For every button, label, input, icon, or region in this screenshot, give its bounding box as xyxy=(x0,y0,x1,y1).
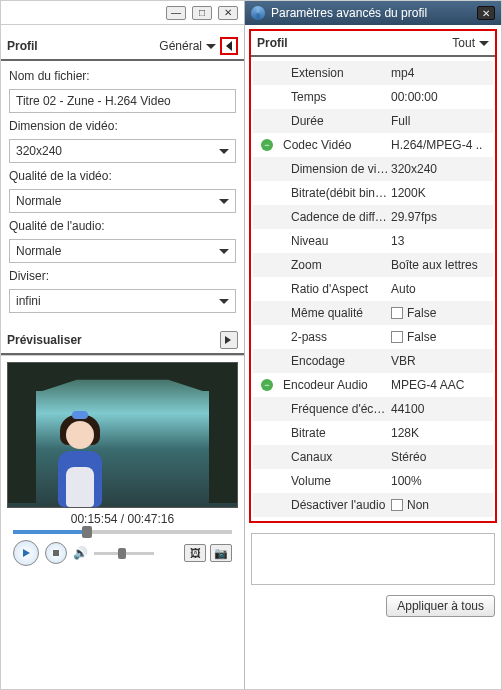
property-label: Volume xyxy=(281,474,391,488)
property-value[interactable]: Auto xyxy=(391,282,493,296)
property-value[interactable]: 1200K xyxy=(391,186,493,200)
snapshot-button[interactable]: 📷 xyxy=(210,544,232,562)
property-value[interactable]: 44100 xyxy=(391,402,493,416)
property-label: Zoom xyxy=(281,258,391,272)
volume-icon[interactable]: 🔊 xyxy=(73,546,88,560)
volume-slider[interactable] xyxy=(94,552,154,555)
property-row[interactable]: −Encodeur AudioMPEG-4 AAC xyxy=(253,373,493,397)
profile-form: Nom du fichier: Titre 02 - Zune - H.264 … xyxy=(1,61,244,313)
svg-rect-3 xyxy=(53,550,59,556)
preview-area: 00:15:54 / 00:47:16 🔊 🖼 📷 xyxy=(1,355,244,578)
filename-input[interactable]: Titre 02 - Zune - H.264 Video xyxy=(9,89,236,113)
property-label: Encodeur Audio xyxy=(281,378,391,392)
property-value[interactable]: mp4 xyxy=(391,66,493,80)
property-value[interactable]: MPEG-4 AAC xyxy=(391,378,493,392)
property-row[interactable]: Dimension de vid...320x240 xyxy=(253,157,493,181)
property-row[interactable]: Même qualitéFalse xyxy=(253,301,493,325)
property-row[interactable]: Extensionmp4 xyxy=(253,61,493,85)
advanced-close-button[interactable]: ✕ xyxy=(477,6,495,20)
property-label: Cadence de diffu... xyxy=(281,210,391,224)
player-controls: 🔊 🖼 📷 xyxy=(7,534,238,572)
property-label: Temps xyxy=(281,90,391,104)
close-button[interactable]: ✕ xyxy=(218,6,238,20)
property-value[interactable]: Full xyxy=(391,114,493,128)
property-value[interactable]: Non xyxy=(391,498,493,512)
property-label: Dimension de vid... xyxy=(281,162,391,176)
property-label: Bitrate xyxy=(281,426,391,440)
window-controls: — □ ✕ xyxy=(1,1,244,25)
advanced-profile-title: Profil xyxy=(257,36,288,50)
advanced-filter-toggle[interactable]: Tout xyxy=(452,36,489,50)
preview-forward-button[interactable] xyxy=(220,331,238,349)
play-button[interactable] xyxy=(13,540,39,566)
seek-thumb[interactable] xyxy=(82,526,92,538)
property-value[interactable]: Boîte aux lettres xyxy=(391,258,493,272)
property-value[interactable]: False xyxy=(391,306,493,320)
property-row[interactable]: Bitrate128K xyxy=(253,421,493,445)
property-value[interactable]: Stéréo xyxy=(391,450,493,464)
property-row[interactable]: ZoomBoîte aux lettres xyxy=(253,253,493,277)
property-label: Canaux xyxy=(281,450,391,464)
collapse-group-icon[interactable]: − xyxy=(261,139,273,151)
seek-slider[interactable] xyxy=(7,530,238,534)
property-value[interactable]: VBR xyxy=(391,354,493,368)
property-label: Niveau xyxy=(281,234,391,248)
profile-mode-toggle[interactable]: Général xyxy=(159,37,238,55)
audio-quality-label: Qualité de l'audio: xyxy=(9,219,236,233)
video-quality-label: Qualité de la vidéo: xyxy=(9,169,236,183)
preview-title: Prévisualiser xyxy=(7,333,82,347)
property-value[interactable]: 320x240 xyxy=(391,162,493,176)
property-label: Extension xyxy=(281,66,391,80)
property-row[interactable]: −Codec VidéoH.264/MPEG-4 .. xyxy=(253,133,493,157)
property-label: Fréquence d'écha... xyxy=(281,402,391,416)
property-row[interactable]: CanauxStéréo xyxy=(253,445,493,469)
property-row[interactable]: DuréeFull xyxy=(253,109,493,133)
general-label: Général xyxy=(159,39,202,53)
checkbox[interactable] xyxy=(391,307,403,319)
property-row[interactable]: Fréquence d'écha...44100 xyxy=(253,397,493,421)
description-box[interactable] xyxy=(251,533,495,585)
property-row[interactable]: Niveau13 xyxy=(253,229,493,253)
advanced-titlebar: Paramètres avancés du profil ✕ xyxy=(245,1,501,25)
maximize-button[interactable]: □ xyxy=(192,6,212,20)
property-label: 2-pass xyxy=(281,330,391,344)
split-select[interactable]: infini xyxy=(9,289,236,313)
stop-button[interactable] xyxy=(45,542,67,564)
property-row[interactable]: EncodageVBR xyxy=(253,349,493,373)
preview-video[interactable] xyxy=(7,362,238,508)
collapse-panel-button[interactable] xyxy=(220,37,238,55)
property-value[interactable]: 128K xyxy=(391,426,493,440)
checkbox[interactable] xyxy=(391,499,403,511)
property-row[interactable]: Bitrate(débit binai...1200K xyxy=(253,181,493,205)
property-value[interactable]: False xyxy=(391,330,493,344)
property-row[interactable]: Temps00:00:00 xyxy=(253,85,493,109)
property-row[interactable]: Volume100% xyxy=(253,469,493,493)
right-pane: Paramètres avancés du profil ✕ Profil To… xyxy=(245,1,501,689)
property-label: Ratio d'Aspect xyxy=(281,282,391,296)
property-label: Bitrate(débit binai... xyxy=(281,186,391,200)
profile-title: Profil xyxy=(7,39,38,53)
left-pane: — □ ✕ Profil Général Nom du fichier: Tit… xyxy=(1,1,245,689)
property-row[interactable]: Cadence de diffu...29.97fps xyxy=(253,205,493,229)
video-dimension-select[interactable]: 320x240 xyxy=(9,139,236,163)
property-row[interactable]: Désactiver l'audioNon xyxy=(253,493,493,517)
snapshot-folder-button[interactable]: 🖼 xyxy=(184,544,206,562)
property-row[interactable]: 2-passFalse xyxy=(253,325,493,349)
volume-thumb[interactable] xyxy=(118,548,126,559)
property-value[interactable]: 29.97fps xyxy=(391,210,493,224)
caret-down-icon xyxy=(219,199,229,204)
property-value[interactable]: 100% xyxy=(391,474,493,488)
property-value[interactable]: 00:00:00 xyxy=(391,90,493,104)
minimize-button[interactable]: — xyxy=(166,6,186,20)
property-value[interactable]: 13 xyxy=(391,234,493,248)
apply-to-all-button[interactable]: Appliquer à tous xyxy=(386,595,495,617)
property-row[interactable]: Ratio d'AspectAuto xyxy=(253,277,493,301)
checkbox[interactable] xyxy=(391,331,403,343)
caret-down-icon xyxy=(479,41,489,46)
caret-down-icon xyxy=(206,44,216,49)
collapse-group-icon[interactable]: − xyxy=(261,379,273,391)
caret-down-icon xyxy=(219,299,229,304)
audio-quality-select[interactable]: Normale xyxy=(9,239,236,263)
property-value[interactable]: H.264/MPEG-4 .. xyxy=(391,138,493,152)
video-quality-select[interactable]: Normale xyxy=(9,189,236,213)
